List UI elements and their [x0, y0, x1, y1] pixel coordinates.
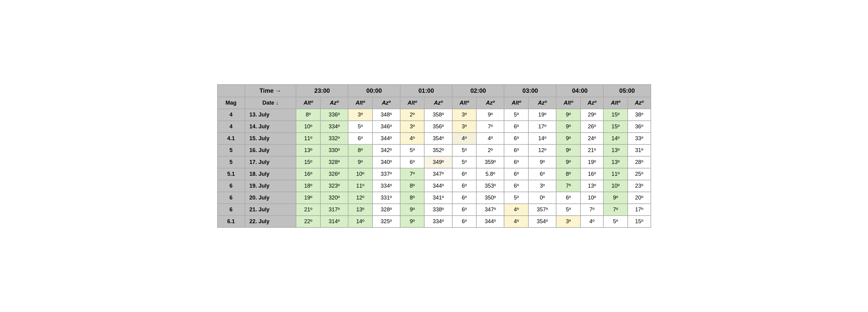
- az-cell: 334º: [320, 121, 348, 133]
- alt-cell: 5º: [603, 216, 628, 228]
- alt-cell: 7º: [556, 180, 581, 192]
- az-cell: 2º: [476, 144, 504, 156]
- table-row: 619. July18º323º11º334º8º344º6º353º6º3º7…: [217, 180, 651, 192]
- az-cell: 3º: [528, 180, 556, 192]
- az-cell: 356º: [424, 121, 452, 133]
- alt-cell: 10º: [348, 168, 372, 180]
- date-cell: 14. July: [245, 121, 296, 133]
- az-cell: 4º: [581, 216, 603, 228]
- alt-cell: 13º: [603, 144, 628, 156]
- az-cell: 349º: [424, 156, 452, 168]
- az-cell: 326º: [320, 168, 348, 180]
- az-cell: 17º: [528, 121, 556, 133]
- az-cell: 350º: [476, 192, 504, 204]
- az-cell: 348º: [372, 109, 400, 121]
- az-cell: 29º: [581, 109, 603, 121]
- alt-cell: 6º: [452, 180, 477, 192]
- az-cell: 9º: [476, 109, 504, 121]
- az-cell: 33º: [628, 133, 651, 144]
- alt-cell: 8º: [556, 168, 581, 180]
- alt-cell: 4º: [400, 133, 425, 144]
- alt-cell: 15º: [296, 156, 320, 168]
- alt-cell: 3º: [400, 121, 425, 133]
- table-row: 5.118. July16º326º10º337º7º347º6º5.8º6º6…: [217, 168, 651, 180]
- date-cell: 22. July: [245, 216, 296, 228]
- az-cell: 17º: [628, 204, 651, 216]
- az-cell: 4º: [476, 133, 504, 144]
- date-cell: 20. July: [245, 192, 296, 204]
- mag-cell: 6: [217, 192, 245, 204]
- time-0400: 04:00: [556, 84, 603, 97]
- az-cell: 353º: [476, 180, 504, 192]
- alt-cell: 7º: [603, 204, 628, 216]
- alt-cell: 6º: [504, 144, 528, 156]
- date-cell: 15. July: [245, 133, 296, 144]
- alt-cell: 3º: [556, 216, 581, 228]
- mag-cell: 4: [217, 121, 245, 133]
- alt-cell: 6º: [504, 133, 528, 144]
- alt-cell: 9º: [556, 133, 581, 144]
- az-cell: 314º: [320, 216, 348, 228]
- alt-cell: 6º: [504, 121, 528, 133]
- date-header: Date ↓: [245, 97, 296, 109]
- az-cell: 346º: [372, 121, 400, 133]
- az-header-0400: Azº: [581, 97, 603, 109]
- az-cell: 323º: [320, 180, 348, 192]
- alt-cell: 9º: [556, 144, 581, 156]
- table-body: 413. July8º336º3º348º2º358º3º9º5º19º9º29…: [217, 109, 651, 228]
- table-row: 4.115. July11º332º6º344º4º354º4º4º6º14º9…: [217, 133, 651, 144]
- alt-cell: 6º: [452, 204, 477, 216]
- az-cell: 5.8º: [476, 168, 504, 180]
- alt-cell: 4º: [504, 216, 528, 228]
- alt-cell: 7º: [400, 168, 425, 180]
- alt-header-0300: Altº: [504, 97, 528, 109]
- alt-cell: 6º: [452, 192, 477, 204]
- az-cell: 354º: [528, 216, 556, 228]
- alt-header-2300: Altº: [296, 97, 320, 109]
- az-cell: 20º: [628, 192, 651, 204]
- az-cell: 357º: [528, 204, 556, 216]
- az-cell: 341º: [424, 192, 452, 204]
- date-cell: 16. July: [245, 144, 296, 156]
- time-arrow-header: Time →: [245, 84, 296, 97]
- alt-cell: 8º: [400, 180, 425, 192]
- az-cell: 334º: [372, 180, 400, 192]
- az-cell: 344º: [372, 133, 400, 144]
- time-0000: 00:00: [348, 84, 400, 97]
- table-row: 516. July13º330º8º342º5º352º5º2º6º12º9º2…: [217, 144, 651, 156]
- mag-cell: 6: [217, 204, 245, 216]
- alt-cell: 5º: [556, 204, 581, 216]
- az-cell: 6º: [528, 168, 556, 180]
- az-cell: 7º: [581, 204, 603, 216]
- az-cell: 354º: [424, 133, 452, 144]
- az-cell: 31º: [628, 144, 651, 156]
- az-cell: 359º: [476, 156, 504, 168]
- az-cell: 24º: [581, 133, 603, 144]
- az-cell: 317º: [320, 204, 348, 216]
- az-cell: 347º: [424, 168, 452, 180]
- alt-cell: 15º: [603, 121, 628, 133]
- az-header-0000: Azº: [372, 97, 400, 109]
- alt-cell: 15º: [603, 109, 628, 121]
- az-cell: 10º: [581, 192, 603, 204]
- alt-cell: 5º: [504, 192, 528, 204]
- az-cell: 320º: [320, 192, 348, 204]
- alt-cell: 9º: [556, 156, 581, 168]
- az-cell: 325º: [372, 216, 400, 228]
- alt-cell: 14º: [348, 216, 372, 228]
- az-cell: 38º: [628, 109, 651, 121]
- date-cell: 18. July: [245, 168, 296, 180]
- az-cell: 336º: [320, 109, 348, 121]
- alt-cell: 3º: [452, 109, 477, 121]
- mag-cell: 5: [217, 156, 245, 168]
- alt-cell: 12º: [348, 192, 372, 204]
- alt-cell: 11º: [348, 180, 372, 192]
- mag-header: Mag: [217, 97, 245, 109]
- az-cell: 36º: [628, 121, 651, 133]
- column-header-row: Mag Date ↓ Altº Azº Altº Azº Altº Azº Al…: [217, 97, 651, 109]
- alt-header-0000: Altº: [348, 97, 372, 109]
- date-cell: 21. July: [245, 204, 296, 216]
- az-cell: 338º: [424, 204, 452, 216]
- alt-cell: 8º: [400, 192, 425, 204]
- az-cell: 344º: [476, 216, 504, 228]
